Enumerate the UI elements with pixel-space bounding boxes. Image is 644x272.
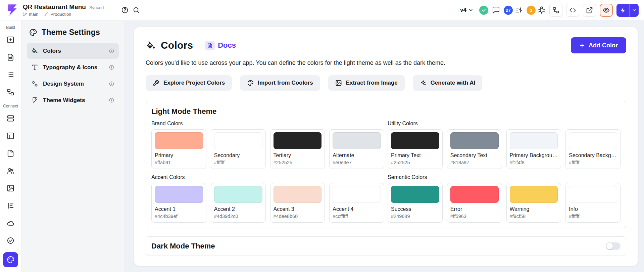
color-card-info[interactable]: Info #ffffff [565, 183, 621, 223]
colors-panel: Colors Docs Add Color Colors you'd like … [134, 27, 638, 266]
color-name: Alternate [333, 152, 381, 158]
import-from-coolors-button[interactable]: Import from Coolors [240, 75, 320, 91]
run-options-button[interactable] [630, 4, 639, 17]
color-card-accent-2[interactable]: Accent 2 #4d39d2c0 [211, 183, 266, 223]
issues-count-badge[interactable]: 27 [504, 6, 513, 15]
info-icon[interactable] [109, 48, 114, 54]
tests-button[interactable] [4, 234, 17, 247]
color-swatch[interactable] [274, 186, 322, 203]
dark-mode-toggle[interactable] [606, 242, 621, 250]
color-swatch[interactable] [155, 186, 203, 203]
color-swatch[interactable] [155, 132, 203, 149]
logs-button[interactable] [4, 199, 17, 212]
color-swatch[interactable] [450, 186, 499, 203]
color-swatch[interactable] [274, 132, 322, 149]
bug-icon[interactable] [538, 6, 546, 14]
color-card-primary-text[interactable]: Primary Text #252525 [388, 129, 443, 169]
color-card-accent-3[interactable]: Accent 3 #4dee8b60 [270, 183, 325, 223]
color-card-secondary[interactable]: Secondary #ffffff [211, 129, 266, 169]
dark-mode-title: Dark Mode Theme [151, 242, 215, 251]
help-button[interactable] [119, 4, 131, 16]
color-hex: #ff5963 [450, 214, 499, 219]
files-button[interactable] [4, 146, 17, 160]
color-swatch[interactable] [333, 132, 381, 149]
sidebar-item-typography-icons[interactable]: Typography & Icons [27, 59, 119, 75]
search-button[interactable] [131, 4, 142, 16]
pages-button[interactable] [4, 50, 17, 64]
color-swatch[interactable] [214, 186, 262, 203]
color-swatch[interactable] [391, 132, 439, 149]
dashboard-button[interactable] [4, 129, 17, 142]
theme-settings-active-button[interactable] [3, 252, 18, 267]
view-code-button[interactable] [566, 4, 579, 17]
color-card-primary[interactable]: Primary #ffab91 [151, 129, 206, 169]
extract-from-image-button[interactable]: Extract from Image [328, 75, 405, 91]
color-hex: #f1f4f8 [510, 160, 558, 165]
storyboard-button[interactable] [4, 85, 17, 99]
generate-with-ai-button[interactable]: Generate with AI [413, 75, 483, 91]
color-swatch[interactable] [510, 186, 558, 203]
color-card-primary-background[interactable]: Primary Background #f1f4f8 [506, 129, 561, 169]
explore-project-colors-button[interactable]: Explore Project Colors [146, 75, 232, 91]
comments-button[interactable] [492, 6, 500, 14]
color-name: Accent 4 [333, 206, 381, 212]
color-card-tertiary[interactable]: Tertiary #252525 [270, 129, 325, 169]
cloud-button[interactable] [4, 216, 17, 230]
navigation-icon [7, 71, 14, 79]
color-card-alternate[interactable]: Alternate #e0e3e7 [329, 129, 384, 169]
navigation-button[interactable] [4, 68, 17, 81]
add-widget-button[interactable] [4, 33, 17, 46]
media-button[interactable] [4, 181, 17, 195]
color-card-accent-4[interactable]: Accent 4 #ccffffff [329, 183, 384, 223]
color-name: Accent 1 [155, 206, 203, 212]
color-card-success[interactable]: Success #249689 [388, 183, 443, 223]
color-name: Primary Text [391, 152, 439, 158]
color-swatch[interactable] [510, 132, 558, 149]
sidebar-item-design-system[interactable]: Design System [27, 76, 119, 92]
color-card-accent-1[interactable]: Accent 1 #4c4b39ef [151, 183, 206, 223]
database-button[interactable] [4, 111, 17, 125]
share-button[interactable] [583, 4, 596, 17]
code-icon [569, 7, 576, 14]
color-swatch[interactable] [569, 132, 617, 149]
widget-tree-button[interactable] [549, 4, 562, 17]
add-color-label: Add Color [589, 42, 618, 49]
preview-button[interactable] [600, 4, 613, 17]
typography-icon [31, 64, 38, 71]
color-swatch[interactable] [569, 186, 617, 203]
color-swatch[interactable] [214, 132, 262, 149]
color-card-warning[interactable]: Warning #f9cf58 [506, 183, 561, 223]
info-icon[interactable] [109, 97, 114, 103]
info-icon[interactable] [109, 64, 114, 70]
run-button[interactable] [616, 4, 629, 17]
info-icon[interactable] [109, 81, 114, 87]
color-swatch[interactable] [391, 186, 439, 203]
issues-list-icon[interactable] [515, 6, 523, 14]
color-swatch[interactable] [333, 186, 381, 203]
color-hex: #4d39d2c0 [214, 214, 262, 219]
sidebar-item-colors[interactable]: Colors [27, 43, 119, 59]
color-card-secondary-background[interactable]: Secondary Background #ffffff [565, 129, 621, 169]
add-color-button[interactable]: Add Color [571, 37, 626, 53]
team-button[interactable] [4, 164, 17, 177]
version-dropdown[interactable]: v4 [458, 5, 476, 15]
warnings-count-badge[interactable]: 1 [527, 6, 536, 15]
color-card-secondary-text[interactable]: Secondary Text #818a97 [447, 129, 502, 169]
color-group-cards: Accent 1 #4c4b39ef Accent 2 #4d39d2c0 Ac… [151, 183, 384, 223]
pages-icon [7, 53, 14, 61]
sync-status-button[interactable] [479, 6, 488, 15]
environment-selector[interactable]: Production [44, 12, 71, 17]
branch-selector[interactable]: main [23, 12, 38, 17]
app-logo[interactable] [5, 3, 19, 17]
color-card-error[interactable]: Error #ff5963 [447, 183, 502, 223]
team-icon [7, 167, 14, 175]
color-hex: #ffab91 [155, 160, 203, 165]
help-icon [121, 6, 129, 14]
page-title: Colors [161, 40, 193, 51]
sidebar-item-theme-widgets[interactable]: Theme Widgets [27, 92, 119, 108]
color-hex: #4dee8b60 [274, 214, 322, 219]
branch-label: main [29, 12, 38, 17]
color-swatch[interactable] [450, 132, 499, 149]
palette-icon [247, 80, 254, 86]
docs-link[interactable]: Docs [205, 41, 236, 50]
